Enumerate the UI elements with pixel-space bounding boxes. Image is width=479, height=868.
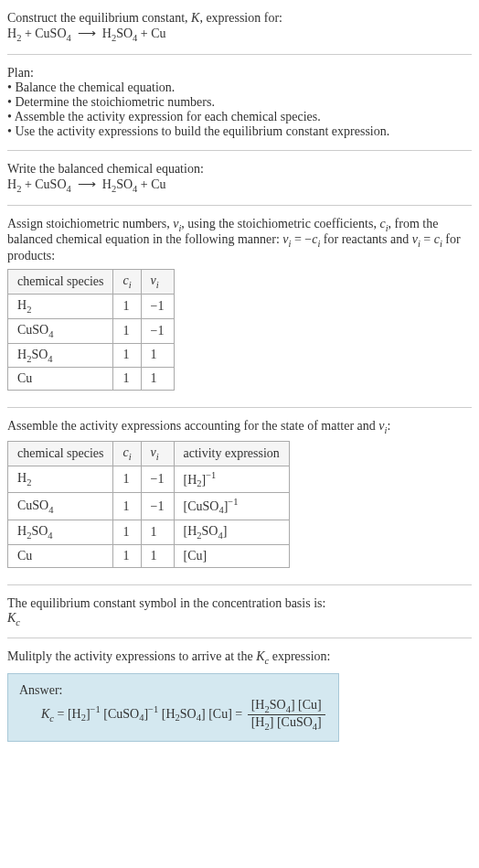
cell-ci: 1 xyxy=(113,294,141,318)
cell-species: CuSO4 xyxy=(8,493,113,520)
symbol-section: The equilibrium constant symbol in the c… xyxy=(7,593,472,631)
balanced-heading: Write the balanced chemical equation: xyxy=(7,162,472,177)
plan-item-text: Use the activity expressions to build th… xyxy=(15,124,389,138)
plan-item: • Assemble the activity expression for e… xyxy=(7,110,472,124)
symbol-value: Kc xyxy=(7,611,472,627)
cell-species: Cu xyxy=(8,544,113,567)
prompt-line1: Construct the equilibrium constant, K, e… xyxy=(7,11,472,26)
cell-vi: 1 xyxy=(141,520,174,544)
plan-item: • Determine the stoichiometric numbers. xyxy=(7,95,472,110)
table-row: CuSO4 1 −1 [CuSO4]−1 xyxy=(8,493,290,520)
activity-section: Assemble the activity expressions accoun… xyxy=(7,415,472,576)
cell-ae: [H2]−1 xyxy=(174,466,289,492)
activity-table: chemical species ci νi activity expressi… xyxy=(7,441,290,568)
cell-vi: 1 xyxy=(141,544,174,567)
cell-ci: 1 xyxy=(113,466,141,492)
cell-vi: −1 xyxy=(141,294,174,318)
cell-species: H2SO4 xyxy=(8,520,113,544)
plan-item-text: Determine the stoichiometric numbers. xyxy=(15,95,215,109)
table-row: H2 1 −1 xyxy=(8,294,175,318)
plan-section: Plan: • Balance the chemical equation. •… xyxy=(7,62,472,143)
table-row: CuSO4 1 −1 xyxy=(8,318,175,343)
mult-section: Mulitply the activity expressions to arr… xyxy=(7,646,472,752)
cell-species: H2 xyxy=(8,294,113,318)
cell-vi: 1 xyxy=(141,343,174,368)
table-row: H2SO4 1 1 [H2SO4] xyxy=(8,520,290,544)
cell-vi: −1 xyxy=(141,466,174,492)
balanced-equation: H2 + CuSO4 ⟶ H2SO4 + Cu xyxy=(7,177,472,194)
cell-ci: 1 xyxy=(113,318,141,343)
stoich-section: Assign stoichiometric numbers, νi, using… xyxy=(7,213,472,401)
cell-vi: −1 xyxy=(141,318,174,343)
plan-item: • Use the activity expressions to build … xyxy=(7,124,472,139)
col-vi: νi xyxy=(141,270,174,295)
cell-species: CuSO4 xyxy=(8,318,113,343)
cell-ci: 1 xyxy=(113,544,141,567)
balanced-section: Write the balanced chemical equation: H2… xyxy=(7,158,472,198)
answer-formula: Kc = [H2]−1 [CuSO4]−1 [H2SO4] [Cu] = [H2… xyxy=(19,698,327,732)
stoich-text: Assign stoichiometric numbers, νi, using… xyxy=(7,217,472,264)
answer-box: Answer: Kc = [H2]−1 [CuSO4]−1 [H2SO4] [C… xyxy=(7,673,339,742)
cell-ae: [Cu] xyxy=(174,544,289,567)
col-ci: ci xyxy=(113,442,141,466)
cell-species: H2SO4 xyxy=(8,343,113,368)
stoich-table: chemical species ci νi H2 1 −1 CuSO4 1 −… xyxy=(7,269,175,391)
table-row: H2 1 −1 [H2]−1 xyxy=(8,466,290,492)
col-ae: activity expression xyxy=(174,442,289,466)
prompt-section: Construct the equilibrium constant, K, e… xyxy=(7,7,472,47)
plan-item-text: Balance the chemical equation. xyxy=(15,80,175,94)
cell-ci: 1 xyxy=(113,520,141,544)
cell-ae: [H2SO4] xyxy=(174,520,289,544)
col-species: chemical species xyxy=(8,442,113,466)
mult-text: Mulitply the activity expressions to arr… xyxy=(7,649,472,666)
col-vi: νi xyxy=(141,442,174,466)
plan-heading: Plan: xyxy=(7,66,472,80)
cell-ci: 1 xyxy=(113,493,141,520)
table-row: Cu 1 1 xyxy=(8,368,175,391)
cell-vi: −1 xyxy=(141,493,174,520)
cell-ae: [CuSO4]−1 xyxy=(174,493,289,520)
activity-text: Assemble the activity expressions accoun… xyxy=(7,419,472,435)
cell-species: Cu xyxy=(8,368,113,391)
cell-vi: 1 xyxy=(141,368,174,391)
symbol-text: The equilibrium constant symbol in the c… xyxy=(7,596,472,611)
plan-item-text: Assemble the activity expression for eac… xyxy=(15,110,321,123)
col-species: chemical species xyxy=(8,270,113,295)
table-row: H2SO4 1 1 xyxy=(8,343,175,368)
cell-species: H2 xyxy=(8,466,113,492)
cell-ci: 1 xyxy=(113,343,141,368)
answer-label: Answer: xyxy=(19,683,327,698)
plan-item: • Balance the chemical equation. xyxy=(7,80,472,95)
prompt-equation: H2 + CuSO4 ⟶ H2SO4 + Cu xyxy=(7,26,472,43)
table-row: Cu 1 1 [Cu] xyxy=(8,544,290,567)
cell-ci: 1 xyxy=(113,368,141,391)
col-ci: ci xyxy=(113,270,141,295)
